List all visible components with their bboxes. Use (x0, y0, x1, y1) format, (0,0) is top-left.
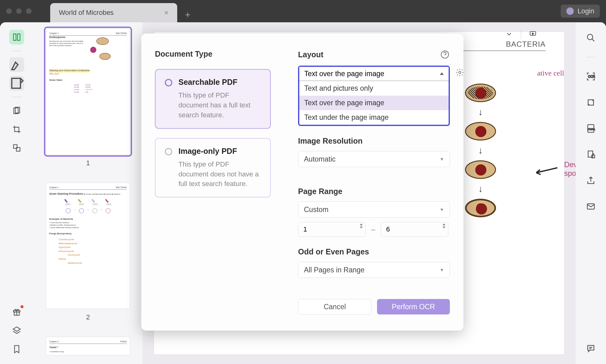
help-icon[interactable] (440, 50, 450, 59)
page-range-select[interactable]: Custom ▼ (298, 202, 450, 218)
divider (12, 97, 21, 97)
chevron-down-icon: ▼ (440, 157, 444, 162)
copy-tool[interactable] (9, 103, 24, 118)
presentation-icon[interactable] (529, 30, 537, 39)
svg-point-13 (587, 34, 593, 40)
illust-label-sporecoat: spore coat (564, 169, 576, 177)
tab-strip: World of Microbes × + (50, 0, 195, 22)
layers-icon[interactable] (9, 323, 24, 338)
select-value: Custom (304, 206, 328, 214)
lock-file-icon[interactable] (584, 148, 598, 161)
left-rail (0, 22, 33, 364)
mail-icon[interactable] (584, 200, 598, 213)
comment-icon[interactable] (584, 342, 598, 355)
perform-ocr-button[interactable]: Perform OCR (377, 299, 450, 314)
duplicate-tool[interactable] (9, 141, 24, 155)
thumbnail-page-1[interactable]: Chapter 1BACTERIA Endospores Endospores … (46, 28, 130, 155)
layout-option[interactable]: Text over the page image (299, 96, 449, 110)
crop-tool[interactable] (9, 122, 24, 137)
svg-point-23 (459, 72, 461, 74)
radio-icon (165, 79, 172, 86)
thumbnails-panel-button[interactable] (9, 30, 24, 45)
thumbnail-page-2[interactable]: Chapter 1BACTERIA Gram Staining Procedur… (46, 183, 130, 309)
image-resolution-select[interactable]: Automatic ▼ (298, 151, 450, 167)
svg-rect-9 (65, 203, 70, 205)
thumbnail-number: 2 (42, 313, 134, 321)
dialog-right-pane: Layout Text over the page image Text and… (284, 33, 463, 331)
tab-title: World of Microbes (59, 9, 114, 17)
subject-label: BACTERIA (506, 40, 546, 49)
login-button[interactable]: Login (561, 5, 600, 18)
choice-desc: This type of PDF document does not have … (178, 159, 261, 189)
svg-rect-12 (106, 203, 111, 205)
stepper-up-icon[interactable] (360, 223, 363, 225)
chevron-down-icon[interactable] (505, 30, 513, 39)
divider (586, 57, 595, 57)
svg-rect-2 (12, 78, 20, 88)
select-value: Automatic (304, 155, 336, 163)
layout-option[interactable]: Text under the page image (299, 110, 449, 125)
layout-options: Text and pictures only Text over the pag… (299, 81, 449, 125)
tab-document[interactable]: World of Microbes × (50, 3, 177, 22)
layout-option[interactable]: Text and pictures only (299, 81, 449, 96)
cancel-button[interactable]: Cancel (298, 299, 371, 314)
choice-title: Searchable PDF (178, 78, 261, 87)
svg-rect-1 (17, 34, 20, 41)
rotate-icon[interactable] (584, 96, 598, 109)
odd-even-select[interactable]: All Pages in Range ▼ (298, 262, 450, 278)
thumbnail-number: 1 (42, 159, 134, 167)
close-window[interactable] (6, 8, 12, 14)
page-range-title: Page Range (298, 187, 450, 196)
gift-icon[interactable] (9, 305, 24, 319)
thumbnail-item[interactable]: Chapter 2FUNGI Yeast * • Unicellular fun… (42, 337, 134, 355)
maximize-window[interactable] (26, 8, 32, 14)
minimize-window[interactable] (16, 8, 22, 14)
gear-icon[interactable] (455, 67, 465, 77)
stepper-down-icon[interactable] (442, 227, 446, 228)
thumbnail-item[interactable]: Chapter 1BACTERIA Endospores Endospores … (42, 28, 134, 167)
avatar-icon (566, 7, 574, 15)
svg-rect-0 (14, 34, 16, 41)
thumbnail-page-3[interactable]: Chapter 2FUNGI Yeast * • Unicellular fun… (46, 337, 130, 355)
titlebar: World of Microbes × + Login (0, 0, 606, 22)
doc-type-searchable[interactable]: Searchable PDF This type of PDF document… (155, 69, 271, 129)
svg-text:PDF/A: PDF/A (588, 128, 595, 131)
document-type-title: Document Type (155, 50, 271, 58)
chevron-down-icon: ▼ (440, 267, 444, 272)
layout-dropdown-open[interactable]: Text over the page image Text and pictur… (298, 66, 450, 126)
close-tab-icon[interactable]: × (164, 8, 169, 17)
stepper-up-icon[interactable] (442, 223, 446, 225)
layout-dropdown-wrap: Text over the page image Text and pictur… (298, 66, 450, 126)
input-value: 6 (386, 225, 390, 233)
radio-icon (165, 148, 172, 155)
login-label: Login (577, 7, 594, 15)
range-from-input[interactable]: 1 (298, 222, 366, 237)
new-tab-button[interactable]: + (180, 7, 195, 22)
search-icon[interactable] (584, 31, 598, 45)
divider (12, 51, 21, 51)
select-value: All Pages in Range (304, 266, 365, 274)
svg-rect-11 (93, 203, 98, 205)
share-icon[interactable] (584, 174, 598, 187)
pdfa-icon[interactable]: PDF/A (584, 122, 598, 135)
choice-title: Image-only PDF (178, 147, 261, 156)
highlighter-tool[interactable] (9, 57, 24, 72)
layout-selected[interactable]: Text over the page image (299, 67, 449, 81)
svg-text:OCR: OCR (588, 75, 595, 78)
choice-desc: This type of PDF document has a full tex… (178, 90, 261, 120)
image-resolution-title: Image Resolution (298, 136, 450, 145)
text-note-tool[interactable] (9, 76, 24, 91)
thumbnail-item[interactable]: Chapter 1BACTERIA Gram Staining Procedur… (42, 183, 134, 321)
divider (521, 30, 521, 39)
layout-title: Layout (298, 50, 323, 59)
thumb-illustration (87, 34, 127, 68)
window-controls (6, 8, 32, 14)
stepper-down-icon[interactable] (360, 227, 363, 228)
chevron-down-icon: ▼ (440, 207, 444, 212)
bookmark-icon[interactable] (9, 342, 24, 357)
top-toolbar-fragment (505, 28, 537, 41)
ocr-icon[interactable]: OCR (584, 70, 598, 83)
doc-type-image-only[interactable]: Image-only PDF This type of PDF document… (155, 138, 271, 198)
range-to-input[interactable]: 6 (381, 222, 448, 237)
odd-even-title: Odd or Even Pages (298, 247, 450, 256)
